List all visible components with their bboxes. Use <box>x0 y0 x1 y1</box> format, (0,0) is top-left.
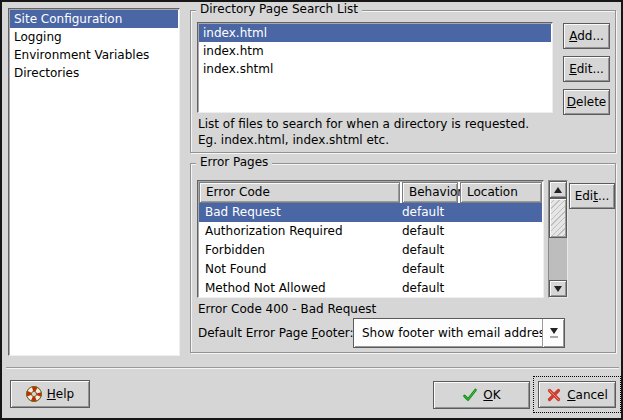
sidebar-item-logging[interactable]: Logging <box>10 28 178 46</box>
cancel-focus-ring: Cancel <box>533 376 621 413</box>
search-list-description: List of files to search for when a direc… <box>198 116 529 148</box>
search-file-list: index.html index.htm index.shtml <box>197 22 553 113</box>
scroll-up-button[interactable] <box>549 181 567 198</box>
edit-button[interactable]: Edit... <box>563 56 610 82</box>
footer-dropdown[interactable]: Show footer with email address <box>353 318 565 348</box>
sidebar-item-site-configuration[interactable]: Site Configuration <box>10 10 178 28</box>
table-row-forbidden[interactable]: Forbidden default <box>199 241 542 260</box>
cancel-button[interactable]: Cancel <box>538 381 616 408</box>
directory-page-search-list-frame: Directory Page Search List index.html in… <box>190 10 616 153</box>
sidebar-item-environment-variables[interactable]: Environment Variables <box>10 46 178 64</box>
table-header-row: Error Code Behavior Location <box>199 182 542 203</box>
error-pages-frame: Error Pages Error Code Behavior Location… <box>190 163 616 353</box>
check-icon <box>462 387 478 403</box>
table-row-method-not-allowed[interactable]: Method Not Allowed default <box>199 279 542 298</box>
combo-down-arrow-icon[interactable] <box>542 319 564 347</box>
frame-legend: Error Pages <box>196 155 272 169</box>
table-row-authorization-required[interactable]: Authorization Required default <box>199 222 542 241</box>
ok-button[interactable]: OK <box>433 381 530 409</box>
table-scrollbar[interactable] <box>548 180 568 298</box>
action-bar-separator <box>6 367 619 369</box>
list-item-index-html[interactable]: index.html <box>199 24 551 42</box>
footer-dropdown-value: Show footer with email address <box>354 326 542 340</box>
cross-icon <box>546 387 562 403</box>
frame-legend: Directory Page Search List <box>196 2 362 16</box>
error-pages-table: Error Code Behavior Location Bad Request… <box>197 180 544 298</box>
column-header-error-code[interactable]: Error Code <box>199 182 400 203</box>
list-item-index-shtml[interactable]: index.shtml <box>199 60 551 78</box>
httpd-config-dialog: Site Configuration Logging Environment V… <box>0 0 623 420</box>
help-button[interactable]: Help <box>10 380 90 408</box>
table-row-not-found[interactable]: Not Found default <box>199 260 542 279</box>
down-arrow-icon <box>554 286 562 292</box>
category-list: Site Configuration Logging Environment V… <box>8 8 180 356</box>
sidebar-item-directories[interactable]: Directories <box>10 64 178 82</box>
add-button[interactable]: Add... <box>563 23 610 49</box>
column-header-location[interactable]: Location <box>460 182 542 203</box>
list-item-index-htm[interactable]: index.htm <box>199 42 551 60</box>
column-header-behavior[interactable]: Behavior <box>402 182 458 203</box>
table-row-bad-request[interactable]: Bad Request default <box>199 203 542 222</box>
default-error-page-footer-label: Default Error Page Footer: <box>198 326 354 340</box>
edit-error-page-button[interactable]: Edit... <box>569 183 615 209</box>
life-preserver-icon <box>26 386 42 402</box>
delete-button[interactable]: Delete <box>563 89 610 115</box>
selected-error-status: Error Code 400 - Bad Request <box>198 302 376 316</box>
up-arrow-icon <box>554 187 562 193</box>
scrollbar-thumb[interactable] <box>549 198 567 238</box>
scroll-down-button[interactable] <box>549 280 567 297</box>
